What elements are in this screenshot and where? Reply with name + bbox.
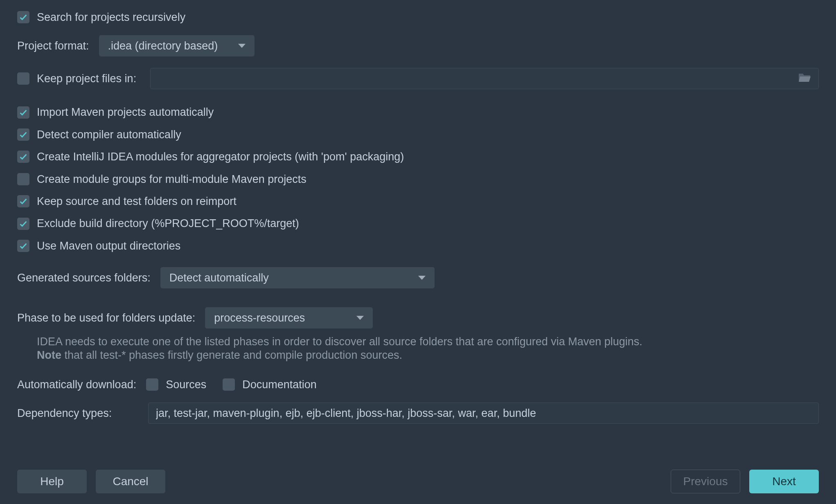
previous-button-label: Previous — [683, 475, 728, 488]
chevron-down-icon — [238, 44, 246, 48]
field-dependency-types[interactable] — [148, 403, 819, 424]
dropdown-phase[interactable]: process-resources — [205, 307, 373, 328]
option-row: Create module groups for multi-module Ma… — [17, 173, 819, 186]
input-keep-project-files-path[interactable] — [157, 72, 798, 86]
label-create-aggregator-modules: Create IntelliJ IDEA modules for aggrega… — [37, 150, 404, 163]
field-keep-project-files-path[interactable] — [150, 68, 819, 89]
option-row: Detect compiler automatically — [17, 128, 819, 141]
checkbox-sources[interactable] — [146, 378, 158, 391]
label-keep-project-files: Keep project files in: — [37, 72, 136, 85]
checkbox-use-maven-output-dirs[interactable] — [17, 240, 29, 252]
label-exclude-build-dir: Exclude build directory (%PROJECT_ROOT%/… — [37, 217, 299, 230]
label-auto-download: Automatically download: — [17, 378, 136, 391]
row-dependency-types: Dependency types: — [17, 403, 819, 424]
label-phase: Phase to be used for folders update: — [17, 311, 195, 324]
dropdown-project-format-value: .idea (directory based) — [108, 39, 218, 52]
row-project-format: Project format: .idea (directory based) — [17, 35, 819, 56]
option-row: Create IntelliJ IDEA modules for aggrega… — [17, 150, 819, 163]
options-stack: Import Maven projects automatically Dete… — [17, 106, 819, 252]
row-auto-download: Automatically download: Sources Document… — [17, 378, 819, 391]
label-documentation: Documentation — [242, 378, 317, 391]
label-project-format: Project format: — [17, 39, 89, 52]
next-button-label: Next — [772, 475, 796, 488]
label-import-maven-auto: Import Maven projects automatically — [37, 106, 214, 119]
label-sources: Sources — [166, 378, 206, 391]
option-row: Keep source and test folders on reimport — [17, 195, 819, 208]
help-button[interactable]: Help — [17, 470, 87, 493]
help-text-phase-line2: that all test-* phases firstly generate … — [61, 349, 402, 361]
chevron-down-icon — [418, 276, 426, 280]
help-text-phase: IDEA needs to execute one of the listed … — [37, 335, 819, 362]
help-text-note-bold: Note — [37, 349, 61, 361]
dropdown-generated-sources-value: Detect automatically — [169, 271, 269, 284]
checkbox-keep-project-files[interactable] — [17, 72, 29, 85]
footer-button-bar: Help Cancel Previous Next — [17, 470, 819, 493]
option-row: Import Maven projects automatically — [17, 106, 819, 119]
checkbox-search-recursively[interactable] — [17, 11, 29, 23]
option-row: Use Maven output directories — [17, 239, 819, 252]
chevron-down-icon — [356, 316, 364, 320]
label-generated-sources: Generated sources folders: — [17, 271, 151, 284]
checkbox-create-module-groups[interactable] — [17, 173, 29, 185]
dropdown-generated-sources[interactable]: Detect automatically — [160, 267, 435, 288]
input-dependency-types[interactable] — [155, 407, 812, 420]
label-create-module-groups: Create module groups for multi-module Ma… — [37, 173, 306, 186]
label-dependency-types: Dependency types: — [17, 407, 148, 420]
checkbox-create-aggregator-modules[interactable] — [17, 151, 29, 163]
folder-open-icon[interactable] — [798, 72, 812, 86]
next-button[interactable]: Next — [749, 470, 819, 493]
label-keep-source-test-folders: Keep source and test folders on reimport — [37, 195, 237, 208]
checkbox-exclude-build-dir[interactable] — [17, 218, 29, 230]
label-use-maven-output-dirs: Use Maven output directories — [37, 239, 180, 252]
row-phase: Phase to be used for folders update: pro… — [17, 307, 819, 328]
row-search-recursively: Search for projects recursively — [17, 11, 819, 24]
previous-button[interactable]: Previous — [671, 470, 740, 493]
checkbox-import-maven-auto[interactable] — [17, 106, 29, 119]
help-button-label: Help — [40, 475, 64, 488]
label-detect-compiler-auto: Detect compiler automatically — [37, 128, 181, 141]
maven-import-panel: Search for projects recursively Project … — [0, 0, 836, 504]
checkbox-documentation[interactable] — [223, 378, 235, 391]
row-keep-project-files: Keep project files in: — [17, 68, 819, 89]
dropdown-phase-value: process-resources — [214, 311, 305, 324]
cancel-button-label: Cancel — [113, 475, 148, 488]
label-search-recursively: Search for projects recursively — [37, 11, 185, 24]
checkbox-detect-compiler-auto[interactable] — [17, 128, 29, 141]
row-generated-sources: Generated sources folders: Detect automa… — [17, 267, 819, 288]
cancel-button[interactable]: Cancel — [96, 470, 165, 493]
checkbox-keep-source-test-folders[interactable] — [17, 195, 29, 207]
option-row: Exclude build directory (%PROJECT_ROOT%/… — [17, 217, 819, 230]
dropdown-project-format[interactable]: .idea (directory based) — [99, 35, 255, 56]
help-text-phase-line1: IDEA needs to execute one of the listed … — [37, 335, 642, 348]
